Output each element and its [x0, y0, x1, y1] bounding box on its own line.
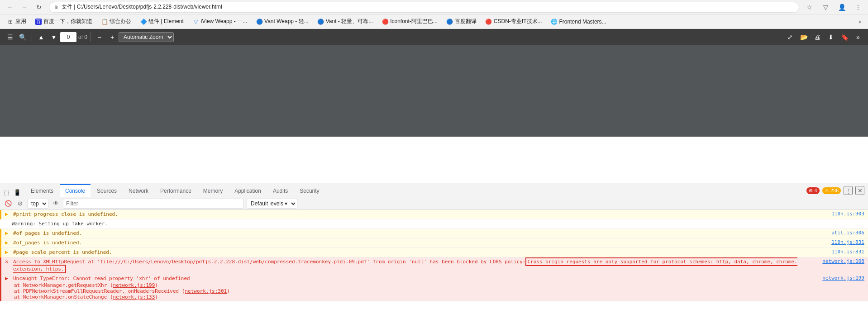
download-button[interactable]: ⬇ — [825, 31, 837, 43]
bookmark-iconfont[interactable]: 🔴 Iconfont-阿里巴巴... — [378, 16, 441, 27]
tab-elements[interactable]: Elements — [25, 184, 59, 197]
error-stack-3: at NetworkManager.onStateChange (network… — [5, 294, 158, 300]
console-source[interactable]: 110n.js:903 — [828, 211, 864, 217]
cast-button[interactable]: ▽ — [819, 1, 832, 14]
toggle-sidebar-button[interactable]: ☰ — [4, 31, 16, 43]
bookmark-apps[interactable]: ⊞ 应用 — [4, 16, 30, 27]
bookmark-button[interactable]: 🔖 — [838, 31, 851, 43]
presentation-mode-button[interactable]: ⤢ — [784, 31, 796, 43]
tab-sources[interactable]: Sources — [91, 184, 122, 197]
console-source[interactable]: 110n.js:831 — [828, 249, 864, 255]
warn-icon: ▶ — [5, 239, 11, 246]
tab-security[interactable]: Security — [294, 184, 324, 197]
forward-button[interactable]: → — [18, 1, 31, 14]
stack-link-2[interactable]: network.js:301 — [185, 288, 227, 294]
zoom-in-button[interactable]: + — [106, 31, 119, 43]
bookmark-element[interactable]: 🔷 组件 | Element — [137, 16, 187, 27]
tab-performance[interactable]: Performance — [155, 184, 197, 197]
element-icon: 🔷 — [140, 19, 147, 25]
bookmarks-more-label: » — [858, 19, 862, 25]
levels-select[interactable]: Default levels ▾ — [247, 199, 297, 209]
inspect-element-icon[interactable]: ⬚ — [2, 188, 11, 197]
context-select[interactable]: top — [27, 199, 48, 209]
next-page-button[interactable]: ▼ — [48, 31, 60, 43]
bookmark-element-label: 组件 | Element — [148, 18, 184, 25]
page-total: of 0 — [78, 34, 87, 40]
pdf-right-tools: ⤢ 📂 🖨 ⬇ 🔖 » — [784, 31, 864, 43]
toolbar-separator-1 — [32, 33, 32, 42]
zoom-select[interactable]: Automatic Zoom — [119, 32, 174, 42]
address-icon: 🗎 — [54, 5, 59, 10]
bookmark-vant2[interactable]: 🔵 Vant - 轻量、可靠... — [314, 16, 377, 27]
error-stack-2: at PDFNetworkStreamFullRequestReader._on… — [5, 288, 230, 294]
bookmark-csdn[interactable]: 🔴 CSDN-专业IT技术... — [482, 16, 546, 27]
back-button[interactable]: ← — [4, 1, 16, 14]
tab-network[interactable]: Network — [123, 184, 154, 197]
bookmark-frontend[interactable]: 🌐 Frontend Masters... — [548, 17, 610, 26]
vant1-icon: 🔵 — [256, 19, 262, 25]
bookmark-baidu2-label: 百度翻译 — [455, 18, 477, 25]
devtools-close-button[interactable]: ✕ — [855, 186, 864, 195]
csdn-icon: 🔴 — [486, 19, 492, 25]
device-toolbar-icon[interactable]: 📱 — [13, 188, 22, 197]
prev-page-button[interactable]: ▲ — [35, 31, 48, 43]
page-number-input[interactable] — [60, 32, 76, 42]
devtools-panel: ⬚ 📱 Elements Console Sources Network Per… — [0, 183, 868, 314]
tab-console[interactable]: Console — [60, 184, 91, 197]
filter-input[interactable] — [63, 199, 244, 209]
bookmarks-more[interactable]: » — [856, 17, 864, 26]
console-output: ▶ #print_progress_close is undefined. 11… — [0, 210, 868, 314]
menu-button[interactable]: ⋮ — [852, 1, 864, 14]
eye-icon[interactable]: 👁 — [51, 199, 60, 208]
bookmark-iconfont-label: Iconfont-阿里巴巴... — [390, 18, 438, 25]
bookmark-vant1-label: Vant Weapp - 轻... — [264, 18, 309, 25]
tab-audits[interactable]: Audits — [267, 184, 293, 197]
warn-badge: ⚠ 236 — [822, 187, 841, 194]
preserve-log-icon[interactable]: ⊘ — [15, 199, 24, 208]
warn-icon: ▶ — [5, 230, 11, 236]
apps-icon: ⊞ — [7, 19, 14, 25]
warn-icon: ▶ — [5, 211, 11, 217]
error-badge: ⊗ 4 — [806, 187, 819, 194]
cors-file-link[interactable]: file:///C:/Users/Lenovo/Desktop/pdfjs-2.… — [100, 259, 367, 265]
bookmark-baidu1[interactable]: 百 百度一下，你就知道 — [32, 16, 96, 27]
star-button[interactable]: ☆ — [803, 1, 816, 14]
stack-link-1[interactable]: network.js:199 — [113, 282, 155, 288]
browser-toolbar-right: ☆ ▽ 👤 ⋮ — [803, 1, 864, 14]
pdf-tools-more[interactable]: » — [852, 31, 864, 43]
account-button[interactable]: 👤 — [835, 1, 848, 14]
error-icon: ✕ — [5, 258, 11, 265]
refresh-button[interactable]: ↻ — [33, 1, 45, 14]
console-source[interactable]: network.js:108 — [819, 258, 864, 264]
console-text: #of_pages is undefined. — [13, 230, 828, 237]
bookmark-vant1[interactable]: 🔵 Vant Weapp - 轻... — [253, 16, 312, 27]
console-line: ▶ #page_scale_percent is undefined. 110n… — [0, 248, 868, 257]
console-toolbar: 🚫 ⊘ top 👁 Default levels ▾ — [0, 197, 868, 210]
bookmark-office[interactable]: 📋 综合办公 — [98, 16, 135, 27]
clear-console-icon[interactable]: 🚫 — [4, 199, 13, 208]
console-text: #of_pages is undefined. — [13, 239, 828, 247]
tab-memory[interactable]: Memory — [198, 184, 228, 197]
bookmark-iview[interactable]: ▽ iView Weapp - 一... — [189, 16, 251, 27]
console-text: Warning: Setting up fake worker. — [12, 220, 864, 228]
baidu2-icon: 🔵 — [447, 19, 453, 25]
bookmark-baidu1-label: 百度一下，你就知道 — [43, 18, 92, 25]
find-button[interactable]: 🔍 — [16, 31, 29, 43]
devtools-tabs: ⬚ 📱 Elements Console Sources Network Per… — [0, 183, 868, 197]
tab-application[interactable]: Application — [229, 184, 267, 197]
open-file-button[interactable]: 📂 — [797, 31, 810, 43]
iview-icon: ▽ — [193, 19, 199, 25]
print-button[interactable]: 🖨 — [811, 31, 824, 43]
console-source[interactable]: 110n.js:831 — [828, 239, 864, 245]
console-source[interactable]: network.js:199 — [819, 275, 864, 282]
console-source[interactable]: util.js:306 — [828, 230, 864, 236]
devtools-more-button[interactable]: ⋮ — [844, 186, 853, 195]
pdf-content-area — [0, 45, 868, 137]
zoom-out-button[interactable]: − — [93, 31, 106, 43]
address-bar[interactable]: 🗎 文件 | C:/Users/Lenovo/Desktop/pdfjs-2.2… — [49, 2, 799, 13]
bookmark-baidu2[interactable]: 🔵 百度翻译 — [443, 16, 480, 27]
bookmark-office-label: 综合办公 — [110, 18, 131, 25]
browser-titlebar: ← → ↻ 🗎 文件 | C:/Users/Lenovo/Desktop/pdf… — [0, 0, 868, 14]
stack-link-3[interactable]: network.js:133 — [113, 294, 155, 300]
console-text: #print_progress_close is undefined. — [13, 211, 828, 218]
